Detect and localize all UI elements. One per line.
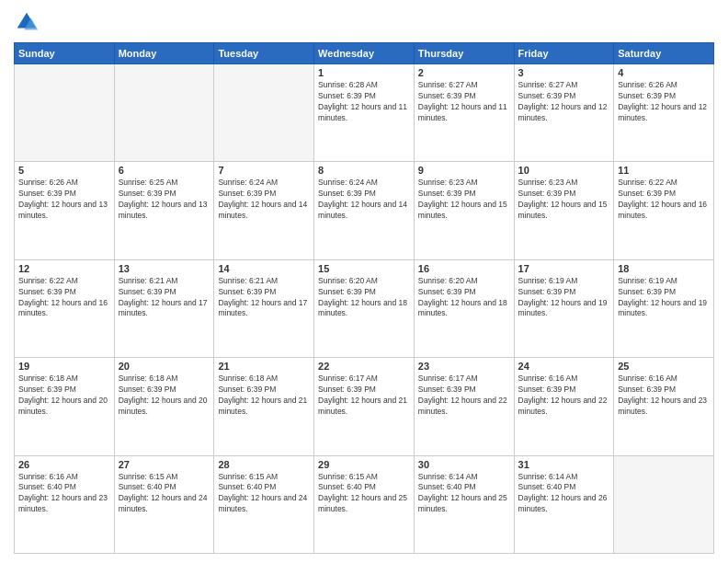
calendar-cell: 4Sunrise: 6:26 AM Sunset: 6:39 PM Daylig… <box>614 64 714 162</box>
calendar-cell <box>15 64 115 162</box>
day-info: Sunrise: 6:17 AM Sunset: 6:39 PM Dayligh… <box>318 373 410 418</box>
day-number: 24 <box>518 361 610 372</box>
calendar-day-header: Wednesday <box>314 43 415 64</box>
calendar-header-row: SundayMondayTuesdayWednesdayThursdayFrid… <box>15 43 714 64</box>
day-number: 26 <box>18 459 110 470</box>
day-number: 22 <box>318 361 410 372</box>
day-info: Sunrise: 6:16 AM Sunset: 6:40 PM Dayligh… <box>18 472 110 516</box>
day-info: Sunrise: 6:26 AM Sunset: 6:39 PM Dayligh… <box>18 178 110 222</box>
calendar-day-header: Saturday <box>614 43 714 64</box>
day-number: 27 <box>119 459 210 470</box>
header <box>14 9 714 35</box>
day-number: 17 <box>518 263 610 274</box>
day-info: Sunrise: 6:24 AM Sunset: 6:39 PM Dayligh… <box>218 178 310 222</box>
calendar-cell <box>614 455 714 553</box>
calendar-day-header: Sunday <box>15 43 115 64</box>
calendar-cell: 3Sunrise: 6:27 AM Sunset: 6:39 PM Daylig… <box>514 64 614 162</box>
day-number: 31 <box>518 459 610 470</box>
calendar-cell <box>114 64 214 162</box>
calendar-cell: 18Sunrise: 6:19 AM Sunset: 6:39 PM Dayli… <box>614 259 714 357</box>
calendar-week-row: 26Sunrise: 6:16 AM Sunset: 6:40 PM Dayli… <box>15 455 714 553</box>
day-info: Sunrise: 6:28 AM Sunset: 6:39 PM Dayligh… <box>318 80 410 124</box>
day-number: 8 <box>318 165 410 176</box>
calendar-cell: 6Sunrise: 6:25 AM Sunset: 6:39 PM Daylig… <box>114 162 214 259</box>
calendar-cell: 13Sunrise: 6:21 AM Sunset: 6:39 PM Dayli… <box>114 259 214 357</box>
logo-icon <box>14 9 40 35</box>
day-number: 18 <box>618 263 710 274</box>
day-info: Sunrise: 6:18 AM Sunset: 6:39 PM Dayligh… <box>119 373 210 418</box>
calendar-cell: 7Sunrise: 6:24 AM Sunset: 6:39 PM Daylig… <box>214 162 314 259</box>
day-info: Sunrise: 6:20 AM Sunset: 6:39 PM Dayligh… <box>418 276 510 320</box>
calendar-cell: 26Sunrise: 6:16 AM Sunset: 6:40 PM Dayli… <box>15 455 115 553</box>
calendar-day-header: Monday <box>114 43 214 64</box>
calendar-cell: 28Sunrise: 6:15 AM Sunset: 6:40 PM Dayli… <box>214 455 314 553</box>
day-info: Sunrise: 6:22 AM Sunset: 6:39 PM Dayligh… <box>618 178 710 222</box>
calendar-cell: 16Sunrise: 6:20 AM Sunset: 6:39 PM Dayli… <box>414 259 514 357</box>
calendar-cell: 1Sunrise: 6:28 AM Sunset: 6:39 PM Daylig… <box>314 64 415 162</box>
day-number: 1 <box>318 67 410 78</box>
day-info: Sunrise: 6:23 AM Sunset: 6:39 PM Dayligh… <box>518 178 610 222</box>
logo <box>14 9 41 35</box>
calendar-cell: 12Sunrise: 6:22 AM Sunset: 6:39 PM Dayli… <box>15 259 115 357</box>
calendar-week-row: 19Sunrise: 6:18 AM Sunset: 6:39 PM Dayli… <box>15 358 714 455</box>
day-info: Sunrise: 6:27 AM Sunset: 6:39 PM Dayligh… <box>518 80 610 124</box>
page: SundayMondayTuesdayWednesdayThursdayFrid… <box>0 0 728 563</box>
day-info: Sunrise: 6:21 AM Sunset: 6:39 PM Dayligh… <box>119 276 210 320</box>
day-number: 13 <box>119 263 210 274</box>
calendar-cell: 29Sunrise: 6:15 AM Sunset: 6:40 PM Dayli… <box>314 455 415 553</box>
day-number: 9 <box>418 165 510 176</box>
calendar-cell: 17Sunrise: 6:19 AM Sunset: 6:39 PM Dayli… <box>514 259 614 357</box>
day-number: 25 <box>618 361 710 372</box>
day-number: 3 <box>518 67 610 78</box>
calendar-cell: 24Sunrise: 6:16 AM Sunset: 6:39 PM Dayli… <box>514 358 614 455</box>
day-number: 23 <box>418 361 510 372</box>
calendar-cell: 20Sunrise: 6:18 AM Sunset: 6:39 PM Dayli… <box>114 358 214 455</box>
day-info: Sunrise: 6:16 AM Sunset: 6:39 PM Dayligh… <box>518 373 610 418</box>
day-info: Sunrise: 6:21 AM Sunset: 6:39 PM Dayligh… <box>218 276 310 320</box>
day-info: Sunrise: 6:19 AM Sunset: 6:39 PM Dayligh… <box>518 276 610 320</box>
day-number: 14 <box>218 263 310 274</box>
day-number: 5 <box>18 165 110 176</box>
day-info: Sunrise: 6:19 AM Sunset: 6:39 PM Dayligh… <box>618 276 710 320</box>
calendar-cell: 10Sunrise: 6:23 AM Sunset: 6:39 PM Dayli… <box>514 162 614 259</box>
day-info: Sunrise: 6:23 AM Sunset: 6:39 PM Dayligh… <box>418 178 510 222</box>
day-info: Sunrise: 6:15 AM Sunset: 6:40 PM Dayligh… <box>218 472 310 516</box>
calendar-cell: 23Sunrise: 6:17 AM Sunset: 6:39 PM Dayli… <box>414 358 514 455</box>
calendar-cell: 30Sunrise: 6:14 AM Sunset: 6:40 PM Dayli… <box>414 455 514 553</box>
day-number: 19 <box>18 361 110 372</box>
day-number: 2 <box>418 67 510 78</box>
day-number: 16 <box>418 263 510 274</box>
day-info: Sunrise: 6:16 AM Sunset: 6:39 PM Dayligh… <box>618 373 710 418</box>
calendar-day-header: Friday <box>514 43 614 64</box>
day-info: Sunrise: 6:20 AM Sunset: 6:39 PM Dayligh… <box>318 276 410 320</box>
day-info: Sunrise: 6:18 AM Sunset: 6:39 PM Dayligh… <box>218 373 310 418</box>
day-number: 20 <box>119 361 210 372</box>
day-info: Sunrise: 6:25 AM Sunset: 6:39 PM Dayligh… <box>119 178 210 222</box>
day-info: Sunrise: 6:27 AM Sunset: 6:39 PM Dayligh… <box>418 80 510 124</box>
calendar-day-header: Thursday <box>414 43 514 64</box>
calendar-cell: 15Sunrise: 6:20 AM Sunset: 6:39 PM Dayli… <box>314 259 415 357</box>
day-number: 4 <box>618 67 710 78</box>
day-info: Sunrise: 6:22 AM Sunset: 6:39 PM Dayligh… <box>18 276 110 320</box>
calendar-cell: 25Sunrise: 6:16 AM Sunset: 6:39 PM Dayli… <box>614 358 714 455</box>
calendar-cell: 8Sunrise: 6:24 AM Sunset: 6:39 PM Daylig… <box>314 162 415 259</box>
calendar-table: SundayMondayTuesdayWednesdayThursdayFrid… <box>14 42 714 554</box>
calendar-cell: 11Sunrise: 6:22 AM Sunset: 6:39 PM Dayli… <box>614 162 714 259</box>
day-info: Sunrise: 6:14 AM Sunset: 6:40 PM Dayligh… <box>418 472 510 516</box>
calendar-cell: 27Sunrise: 6:15 AM Sunset: 6:40 PM Dayli… <box>114 455 214 553</box>
day-number: 6 <box>119 165 210 176</box>
calendar-cell: 22Sunrise: 6:17 AM Sunset: 6:39 PM Dayli… <box>314 358 415 455</box>
day-info: Sunrise: 6:24 AM Sunset: 6:39 PM Dayligh… <box>318 178 410 222</box>
calendar-week-row: 5Sunrise: 6:26 AM Sunset: 6:39 PM Daylig… <box>15 162 714 259</box>
calendar-cell: 14Sunrise: 6:21 AM Sunset: 6:39 PM Dayli… <box>214 259 314 357</box>
day-number: 29 <box>318 459 410 470</box>
calendar-cell: 5Sunrise: 6:26 AM Sunset: 6:39 PM Daylig… <box>15 162 115 259</box>
calendar-cell: 9Sunrise: 6:23 AM Sunset: 6:39 PM Daylig… <box>414 162 514 259</box>
calendar-cell: 31Sunrise: 6:14 AM Sunset: 6:40 PM Dayli… <box>514 455 614 553</box>
day-info: Sunrise: 6:18 AM Sunset: 6:39 PM Dayligh… <box>18 373 110 418</box>
day-info: Sunrise: 6:15 AM Sunset: 6:40 PM Dayligh… <box>119 472 210 516</box>
calendar-cell: 21Sunrise: 6:18 AM Sunset: 6:39 PM Dayli… <box>214 358 314 455</box>
day-number: 30 <box>418 459 510 470</box>
day-number: 15 <box>318 263 410 274</box>
day-info: Sunrise: 6:15 AM Sunset: 6:40 PM Dayligh… <box>318 472 410 516</box>
